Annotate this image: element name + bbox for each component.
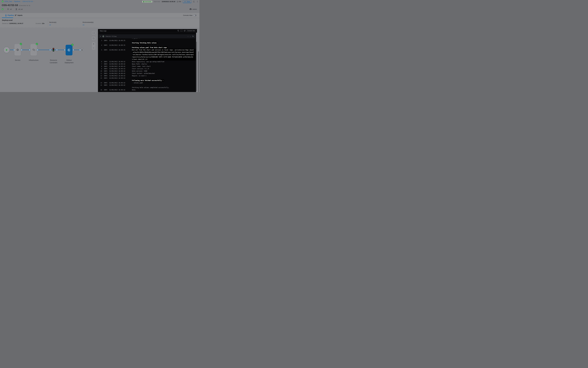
log-timestamp: 15/09/2022 16:09:42: [109, 77, 132, 79]
stop-icon: [82, 49, 83, 51]
log-timestamp: 15/09/2022 16:09:42: [109, 84, 132, 86]
tab-bar: Pipeline Inputs Console View: [0, 13, 199, 18]
step-duration: 9s: [192, 36, 194, 37]
log-scrollbar[interactable]: [196, 33, 197, 92]
user-name: Admin: [192, 8, 197, 10]
log-timestamp: [109, 86, 132, 89]
node-rollout-deployment[interactable]: [66, 45, 72, 55]
breadcrumb-pipeline-name[interactable]: CDS-41722-S3: [22, 0, 33, 2]
start-node[interactable]: [3, 47, 10, 53]
tab-pipeline[interactable]: Pipeline: [5, 13, 14, 18]
port: [37, 49, 38, 51]
refresh-button[interactable]: [193, 1, 195, 3]
chevron-right-icon: ›: [13, 0, 13, 2]
log-row: 10INFO15/09/2022 16:09:42Helm version: V…: [98, 70, 197, 72]
log-message: _achyuth/d605e19b46448ceaacb01fb4c19633a…: [132, 51, 196, 54]
log-row: 4INFO15/09/2022 16:09:35: [98, 44, 197, 46]
stage-summary: DeployLocal Started at: 15/09/2022, 16:0…: [0, 18, 199, 28]
zoom-in-button[interactable]: +: [93, 43, 94, 45]
log-line-number: [98, 58, 102, 61]
service-link[interactable]: s2: [49, 24, 56, 26]
inputs-icon: [15, 14, 17, 16]
execution-title-row: CDS-41722-S3 (Execution Id: 8): [2, 4, 30, 7]
log-message: Fetching values.yaml from helm chart rep…: [132, 46, 197, 49]
log-row: 5INFO15/09/2022 16:09:35Did not find the…: [98, 49, 197, 51]
page-scrollbar-thumb[interactable]: [198, 51, 199, 92]
harness-logo-icon: ∞: [2, 0, 3, 2]
log-message: [132, 77, 197, 79]
log-timestamp: 15/09/2022 16:09:42: [109, 75, 132, 77]
expand-icon[interactable]: [181, 30, 182, 31]
log-message: Done.: [132, 89, 197, 91]
log-message: Base Path: charts/: [132, 63, 197, 65]
search-icon[interactable]: [178, 30, 179, 31]
log-row: _achyuth/d605e19b46448ceaacb01fb4c19633a…: [98, 51, 197, 54]
log-level: INFO: [102, 49, 109, 51]
zoom-out-button[interactable]: −: [93, 47, 94, 49]
log-timestamp: [109, 56, 132, 58]
node-service[interactable]: ⚙: [14, 44, 21, 56]
log-message: Chart name: test-chart: [132, 65, 197, 68]
scroll-up-icon[interactable]: ↑: [188, 36, 189, 37]
service-ref[interactable]: s2: [10, 8, 12, 10]
log-level: INFO: [102, 72, 109, 75]
play-icon: [6, 49, 8, 51]
divider: [48, 19, 48, 27]
environment-link[interactable]: e1: [83, 24, 94, 26]
log-line-number: [98, 54, 102, 56]
success-check-icon: [36, 43, 38, 45]
clock-icon: [177, 1, 178, 2]
node-label-service: Service: [12, 59, 23, 61]
breadcrumb-project[interactable]: CFDs_Test: [4, 0, 12, 2]
breadcrumb: ∞ CFDs_Test › Pipelines › CDS-41722-S3 ›: [2, 0, 34, 2]
log-output[interactable]: m gommv )3INFO15/09/2022 16:09:35Startin…: [98, 38, 197, 92]
stage-duration: Duration: 22s: [36, 23, 44, 24]
step-section-fetch-files[interactable]: ▾ Fetch Files ↑ ↓ 9s: [99, 34, 195, 38]
port: [56, 49, 58, 51]
step-success-icon: [103, 36, 104, 37]
selection-mode-button[interactable]: [92, 37, 95, 40]
view-button[interactable]: View: [183, 0, 191, 3]
log-row: 3INFO15/09/2022 16:09:35: [98, 39, 197, 42]
log-scrollbar-thumb[interactable]: [196, 42, 197, 91]
user-menu[interactable]: Admin: [190, 8, 197, 10]
log-line-number: 10: [98, 70, 102, 72]
log-line-number: [98, 56, 102, 58]
console-view-toggle[interactable]: [193, 14, 197, 16]
log-level: INFO: [102, 65, 109, 68]
status-badge: SUCCESS: [142, 1, 152, 3]
more-options-button[interactable]: ⋮: [196, 1, 198, 3]
log-level: [102, 86, 109, 89]
port: [49, 49, 51, 51]
step-logs-title: Step Logs: [100, 30, 106, 32]
port: [29, 49, 30, 51]
log-line-number: [98, 38, 102, 39]
log-timestamp: 15/09/2022 16:09:42: [109, 72, 132, 75]
log-line-number: 8: [98, 65, 102, 68]
log-message: Chart bucket: achhelmbucket: [132, 72, 197, 75]
log-level: [102, 42, 109, 44]
log-line-number: [98, 46, 102, 49]
breadcrumb-pipelines[interactable]: Pipelines: [14, 0, 20, 2]
console-view-toggle-group: Console View: [183, 13, 197, 18]
node-resource-constraint[interactable]: [53, 48, 54, 51]
console-view-label: Console View: [183, 14, 192, 16]
log-level: INFO: [102, 70, 109, 72]
stage-services: Service(s) s2: [49, 21, 56, 26]
log-timestamp: 15/09/2022 16:09:42: [109, 89, 132, 91]
console-view-button[interactable]: Console View: [186, 29, 196, 32]
log-level: INFO: [102, 77, 109, 79]
chevron-right-icon: ›: [21, 0, 21, 2]
log-row: 7INFO15/09/2022 16:09:42Base Path: chart…: [98, 63, 197, 65]
log-level: INFO: [102, 39, 109, 42]
log-message: Following were fetched successfully :: [132, 79, 197, 82]
log-row: 6INFO15/09/2022 16:09:42Helm repository:…: [98, 61, 197, 63]
scroll-down-icon[interactable]: ↓: [190, 36, 191, 37]
open-in-new-icon[interactable]: [184, 30, 185, 31]
end-node[interactable]: [80, 48, 84, 52]
node-infrastructure[interactable]: [30, 44, 37, 56]
environment-refs[interactable]: e2, e1: [19, 8, 23, 10]
fit-to-screen-button[interactable]: [92, 31, 95, 35]
tab-inputs[interactable]: Inputs: [15, 13, 22, 18]
elapsed-time: 59s: [177, 1, 181, 2]
